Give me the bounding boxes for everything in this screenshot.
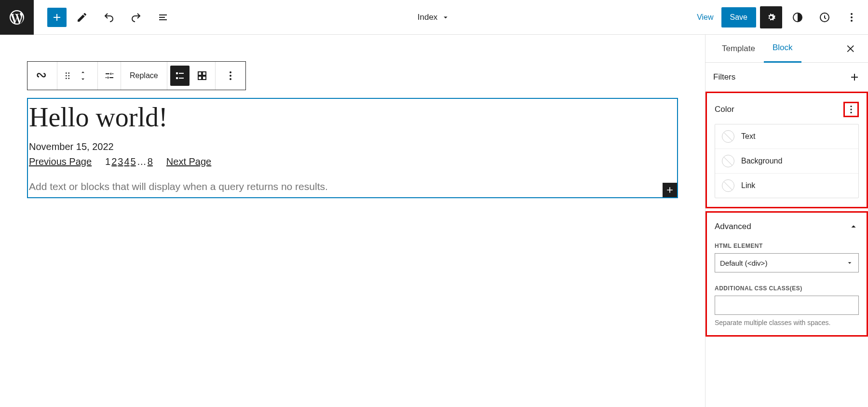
chevron-down-icon xyxy=(441,13,450,22)
svg-point-23 xyxy=(850,109,852,110)
page-num[interactable]: 2 xyxy=(111,156,117,167)
svg-point-9 xyxy=(65,78,67,79)
svg-rect-14 xyxy=(179,78,184,79)
clock-icon xyxy=(819,12,830,23)
html-element-label: HTML ELEMENT xyxy=(715,243,859,249)
advanced-panel-highlight: Advanced HTML ELEMENT Default (<div>) AD… xyxy=(705,211,868,337)
none-swatch-icon xyxy=(722,155,734,167)
page-num[interactable]: 8 xyxy=(148,156,153,167)
plus-icon xyxy=(849,71,860,83)
post-title[interactable]: Hello world! xyxy=(28,100,677,141)
svg-point-3 xyxy=(851,16,853,18)
svg-point-6 xyxy=(68,72,69,74)
svg-point-7 xyxy=(65,75,67,77)
html-element-value: Default (<div>) xyxy=(720,259,767,267)
add-filter-button[interactable] xyxy=(849,71,860,83)
post-date[interactable]: November 15, 2022 xyxy=(28,141,677,156)
edit-tool-button[interactable] xyxy=(70,6,94,29)
more-options-button[interactable] xyxy=(840,6,863,29)
css-classes-input[interactable] xyxy=(715,296,859,315)
block-toolbar: Replace xyxy=(27,61,246,90)
svg-rect-15 xyxy=(198,72,202,75)
svg-rect-13 xyxy=(176,77,178,79)
tab-template[interactable]: Template xyxy=(713,35,764,62)
page-num[interactable]: 5 xyxy=(131,156,136,167)
wp-logo[interactable] xyxy=(0,0,34,35)
add-block-button[interactable] xyxy=(47,8,67,27)
grid-layout-icon xyxy=(196,70,208,81)
page-num[interactable]: 3 xyxy=(118,156,123,167)
sidebar-tabs: Template Block xyxy=(705,35,868,63)
svg-point-21 xyxy=(230,78,231,80)
svg-rect-18 xyxy=(203,76,206,80)
replace-button[interactable]: Replace xyxy=(121,62,167,90)
filters-panel: Filters xyxy=(705,63,868,92)
svg-point-10 xyxy=(68,78,69,79)
gear-icon xyxy=(765,12,777,23)
color-heading: Color xyxy=(715,105,734,114)
save-button[interactable]: Save xyxy=(721,7,756,27)
document-label: Index xyxy=(418,13,438,22)
append-block-button[interactable] xyxy=(663,183,677,197)
layout-grid-button[interactable] xyxy=(192,66,212,86)
text-color-label: Text xyxy=(741,132,755,141)
close-icon xyxy=(846,43,856,54)
layout-switcher xyxy=(167,62,216,90)
block-type-button[interactable] xyxy=(27,62,57,90)
query-loop-block[interactable]: Hello world! November 15, 2022 Previous … xyxy=(27,98,678,198)
pagination-next[interactable]: Next Page xyxy=(166,156,211,167)
pencil-icon xyxy=(76,12,88,23)
page-num[interactable]: 4 xyxy=(124,156,129,167)
chevron-up-icon[interactable] xyxy=(79,69,87,76)
settings-button[interactable] xyxy=(760,6,782,28)
chevron-down-icon[interactable] xyxy=(79,76,87,82)
styles-button[interactable] xyxy=(786,6,809,29)
none-swatch-icon xyxy=(722,130,734,143)
view-link[interactable]: View xyxy=(693,13,717,22)
drag-handle-icon[interactable] xyxy=(62,70,73,81)
block-settings-toggle[interactable] xyxy=(98,62,121,90)
contrast-icon xyxy=(792,12,803,23)
svg-rect-12 xyxy=(179,73,184,74)
svg-rect-11 xyxy=(176,72,178,74)
pagination: Previous Page 1 2 3 4 5 … 8 Next Page xyxy=(28,156,677,181)
editor-canvas[interactable]: Replace Hello world! November 15, 2022 P… xyxy=(0,35,705,407)
document-selector[interactable]: Index xyxy=(175,13,693,22)
undo-icon xyxy=(103,12,115,23)
close-sidebar-button[interactable] xyxy=(842,40,860,58)
background-color-label: Background xyxy=(741,157,782,165)
block-more-button[interactable] xyxy=(216,62,245,90)
list-view-button[interactable] xyxy=(151,6,175,29)
color-panel: Color Text Background xyxy=(707,93,867,207)
html-element-select[interactable]: Default (<div>) xyxy=(715,253,859,272)
svg-point-19 xyxy=(230,71,231,73)
advanced-panel: Advanced HTML ELEMENT Default (<div>) AD… xyxy=(707,213,867,335)
text-color-button[interactable]: Text xyxy=(715,124,858,149)
layout-list-button[interactable] xyxy=(170,66,190,86)
plus-icon xyxy=(51,12,63,23)
collapse-button[interactable] xyxy=(848,221,859,232)
css-classes-help: Separate multiple classes with spaces. xyxy=(715,319,859,326)
background-color-button[interactable]: Background xyxy=(715,149,858,174)
svg-point-8 xyxy=(68,75,69,77)
svg-point-24 xyxy=(850,112,852,113)
redo-button[interactable] xyxy=(124,6,148,29)
no-results-placeholder[interactable]: Add text or blocks that will display whe… xyxy=(28,181,677,197)
color-options-highlight xyxy=(843,102,859,117)
list-view-icon xyxy=(157,12,169,23)
more-vertical-icon xyxy=(846,104,856,115)
color-panel-highlight: Color Text Background xyxy=(705,92,868,208)
undo-button[interactable] xyxy=(97,6,121,29)
revisions-button[interactable] xyxy=(813,6,836,29)
link-color-button[interactable]: Link xyxy=(715,174,858,198)
plus-icon xyxy=(665,185,675,195)
more-vertical-icon xyxy=(846,12,857,23)
css-classes-label: ADDITIONAL CSS CLASS(ES) xyxy=(715,285,859,292)
page-num[interactable]: 1 xyxy=(105,156,110,167)
pagination-numbers[interactable]: 1 2 3 4 5 … 8 xyxy=(105,156,153,167)
pagination-prev[interactable]: Previous Page xyxy=(29,156,92,167)
svg-point-4 xyxy=(851,20,853,22)
color-options-button[interactable] xyxy=(846,104,856,115)
none-swatch-icon xyxy=(722,179,734,192)
tab-block[interactable]: Block xyxy=(764,35,801,63)
